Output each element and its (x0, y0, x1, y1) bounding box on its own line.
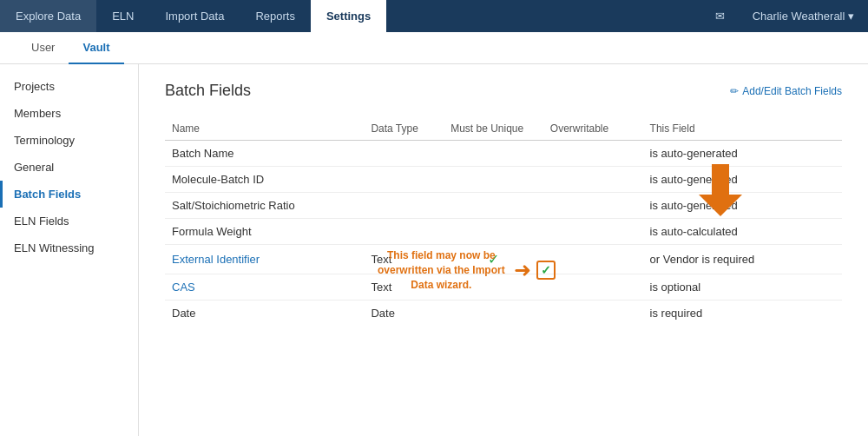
field-unique (444, 219, 543, 245)
field-name: Molecule-Batch ID (165, 167, 364, 193)
down-arrow-annotation (699, 164, 742, 223)
field-overwritable (543, 167, 643, 193)
nav-eln[interactable]: ELN (96, 0, 149, 32)
tab-vault[interactable]: Vault (69, 32, 123, 64)
overwrite-annotation: This field may now be overwritten via th… (374, 248, 556, 292)
table-row-cas: CAS Text This field may now be overwritt… (165, 274, 842, 301)
field-overwritable (543, 141, 643, 167)
col-header-thisfield: This Field (643, 117, 842, 141)
field-unique (444, 167, 543, 193)
field-overwritable (543, 193, 643, 219)
pencil-icon: ✏ (730, 85, 739, 97)
sidebar-item-eln-witnessing[interactable]: ELN Witnessing (0, 235, 138, 261)
top-nav: Explore Data ELN Import Data Reports Set… (0, 0, 868, 32)
add-edit-batch-fields-link[interactable]: ✏ Add/Edit Batch Fields (730, 85, 842, 97)
sidebar-item-projects[interactable]: Projects (0, 73, 138, 100)
table-row: Batch Name is auto-generated (165, 141, 842, 167)
add-edit-label: Add/Edit Batch Fields (742, 85, 842, 97)
sidebar-item-eln-fields[interactable]: ELN Fields (0, 208, 138, 235)
col-header-name: Name (165, 117, 364, 141)
field-thisfield: or Vendor is required (643, 245, 842, 274)
field-overwritable (543, 301, 643, 327)
table-row: Date Date is required (165, 301, 842, 327)
field-name[interactable]: External Identifier (165, 245, 364, 274)
field-thisfield: is auto-generated (643, 193, 842, 219)
field-datatype (364, 219, 444, 245)
field-datatype: Date (364, 301, 444, 327)
field-name: Salt/Stoichiometric Ratio (165, 193, 364, 219)
field-datatype (364, 141, 444, 167)
content-header: Batch Fields ✏ Add/Edit Batch Fields (165, 82, 842, 100)
col-header-unique: Must be Unique (444, 117, 543, 141)
field-overwritable (543, 219, 643, 245)
field-name: Date (165, 301, 364, 327)
user-menu[interactable]: Charlie Weatherall ▾ (739, 0, 868, 32)
field-thisfield: is auto-generated (643, 141, 842, 167)
nav-explore-data[interactable]: Explore Data (0, 0, 96, 32)
sidebar-item-members[interactable]: Members (0, 100, 138, 127)
col-header-overwritable: Overwritable (543, 117, 643, 141)
field-datatype (364, 167, 444, 193)
svg-marker-0 (699, 164, 742, 216)
field-thisfield: is required (643, 301, 842, 327)
col-header-datatype: Data Type (364, 117, 444, 141)
field-unique (444, 193, 543, 219)
mail-button[interactable]: ✉ (701, 0, 739, 32)
arrow-right-icon: ➜ (514, 260, 531, 281)
field-thisfield: is optional (643, 274, 842, 301)
annotation-text: This field may now be overwritten via th… (374, 248, 509, 292)
field-unique (444, 301, 543, 327)
nav-reports[interactable]: Reports (240, 0, 311, 32)
sidebar: Projects Members Terminology General Bat… (0, 64, 139, 436)
checkbox-annotated: ✓ (536, 261, 556, 280)
tab-user[interactable]: User (17, 32, 69, 64)
sidebar-item-general[interactable]: General (0, 154, 138, 181)
field-link[interactable]: External Identifier (172, 253, 260, 266)
page-title: Batch Fields (165, 82, 251, 100)
field-name[interactable]: CAS (165, 274, 364, 301)
secondary-nav: User Vault (0, 32, 868, 64)
table-header-row: Name Data Type Must be Unique Overwritab… (165, 117, 842, 141)
field-overwritable-cas: This field may now be overwritten via th… (543, 274, 643, 301)
field-link-cas[interactable]: CAS (172, 281, 195, 294)
field-overwritable (543, 245, 643, 274)
field-name: Formula Weight (165, 219, 364, 245)
field-thisfield: is auto-generated (643, 167, 842, 193)
nav-import-data[interactable]: Import Data (149, 0, 240, 32)
field-datatype (364, 193, 444, 219)
sidebar-item-batch-fields[interactable]: Batch Fields (0, 181, 138, 208)
content-area: Batch Fields ✏ Add/Edit Batch Fields Nam… (139, 64, 868, 436)
sidebar-item-terminology[interactable]: Terminology (0, 127, 138, 154)
main-layout: Projects Members Terminology General Bat… (0, 64, 868, 436)
field-name: Batch Name (165, 141, 364, 167)
field-unique (444, 141, 543, 167)
nav-settings[interactable]: Settings (311, 0, 386, 32)
field-thisfield: is auto-calculated (643, 219, 842, 245)
